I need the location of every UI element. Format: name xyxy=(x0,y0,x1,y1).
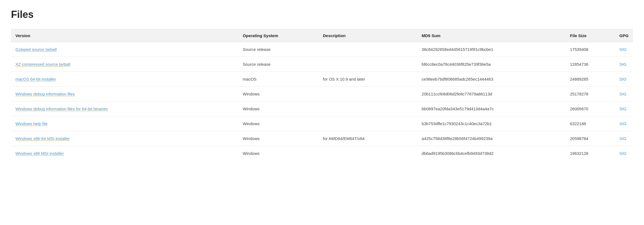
size-cell: 19632128 xyxy=(566,146,615,161)
gpg-cell: SIG xyxy=(615,87,633,101)
table-row: Gzipped source tarballSource release38c8… xyxy=(11,42,633,57)
version-link[interactable]: Windows debug information files xyxy=(15,92,75,96)
description-cell xyxy=(318,87,417,101)
version-link[interactable]: XZ compressed source tarball xyxy=(15,62,70,67)
size-cell: 26005670 xyxy=(566,101,615,116)
md5-cell: db6ad9195b3086c6b4cefb9493d738d2 xyxy=(417,146,566,161)
size-cell: 24889285 xyxy=(566,72,615,87)
os-cell: Source release xyxy=(238,42,318,57)
sig-link[interactable]: SIG xyxy=(620,136,627,141)
sig-link[interactable]: SIG xyxy=(620,47,627,52)
sig-link[interactable]: SIG xyxy=(620,77,627,81)
description-cell xyxy=(318,116,417,131)
os-cell: macOS xyxy=(238,72,318,87)
size-cell: 25178278 xyxy=(566,87,615,101)
description-cell: for AMD64/EM64T/x64 xyxy=(318,131,417,146)
md5-cell: b3b753dffe1c7930243c1c40ec3a72b1 xyxy=(417,116,566,131)
gpg-cell: SIG xyxy=(615,101,633,116)
os-cell: Windows xyxy=(238,116,318,131)
description-cell xyxy=(318,101,417,116)
sig-link[interactable]: SIG xyxy=(620,151,627,156)
md5-cell: ce98eeb7bdf806685adc265ec1444463 xyxy=(417,72,566,87)
version-cell: XZ compressed source tarball xyxy=(11,57,238,72)
sig-link[interactable]: SIG xyxy=(620,106,627,111)
version-link[interactable]: Windows debug information files for 64-b… xyxy=(15,106,108,111)
os-cell: Windows xyxy=(238,131,318,146)
gpg-cell: SIG xyxy=(615,116,633,131)
version-cell: macOS 64-bit installer xyxy=(11,72,238,87)
size-cell: 12854736 xyxy=(566,57,615,72)
version-link[interactable]: Windows help file xyxy=(15,121,48,126)
sig-link[interactable]: SIG xyxy=(620,92,627,96)
sig-link[interactable]: SIG xyxy=(620,62,627,67)
md5-cell: 38c84292658ed4456157195f1c9bcbe1 xyxy=(417,42,566,57)
table-row: macOS 64-bit installermacOSfor OS X 10.9… xyxy=(11,72,633,87)
md5-cell: 20b111ccfe8d06d2fe8c77679a86113d xyxy=(417,87,566,101)
version-cell: Windows x86-64 MSI installer xyxy=(11,131,238,146)
size-cell: 20598784 xyxy=(566,131,615,146)
description-cell: for OS X 10.9 and later xyxy=(318,72,417,87)
gpg-cell: SIG xyxy=(615,72,633,87)
gpg-cell: SIG xyxy=(615,131,633,146)
table-row: Windows x86 MSI installerWindowsdb6ad919… xyxy=(11,146,633,161)
column-header-size: File Size xyxy=(566,29,615,42)
column-header-description: Description xyxy=(318,29,417,42)
files-table: Version Operating System Description MD5… xyxy=(11,29,633,161)
size-cell: 17539408 xyxy=(566,42,615,57)
description-cell xyxy=(318,146,417,161)
version-link[interactable]: Windows x86 MSI installer xyxy=(15,151,64,156)
md5-cell: a425c758d38f8e28b56f4724b499239a xyxy=(417,131,566,146)
version-cell: Windows debug information files xyxy=(11,87,238,101)
version-cell: Windows x86 MSI installer xyxy=(11,146,238,161)
os-cell: Windows xyxy=(238,87,318,101)
table-row: Windows debug information files for 64-b… xyxy=(11,101,633,116)
gpg-cell: SIG xyxy=(615,42,633,57)
table-row: Windows debug information filesWindows20… xyxy=(11,87,633,101)
table-row: Windows help fileWindowsb3b753dffe1c7930… xyxy=(11,116,633,131)
version-cell: Windows help file xyxy=(11,116,238,131)
table-row: XZ compressed source tarballSource relea… xyxy=(11,57,633,72)
os-cell: Source release xyxy=(238,57,318,72)
sig-link[interactable]: SIG xyxy=(620,121,627,126)
description-cell xyxy=(318,57,417,72)
version-link[interactable]: macOS 64-bit installer xyxy=(15,77,56,81)
os-cell: Windows xyxy=(238,101,318,116)
description-cell xyxy=(318,42,417,57)
size-cell: 6322188 xyxy=(566,116,615,131)
gpg-cell: SIG xyxy=(615,57,633,72)
md5-cell: bb0897ea20fda343e5179d413d4a4a7c xyxy=(417,101,566,116)
version-cell: Gzipped source tarball xyxy=(11,42,238,57)
table-header-row: Version Operating System Description MD5… xyxy=(11,29,633,42)
column-header-gpg: GPG xyxy=(615,29,633,42)
column-header-os: Operating System xyxy=(238,29,318,42)
page-title: Files xyxy=(11,9,633,20)
version-link[interactable]: Windows x86-64 MSI installer xyxy=(15,136,70,141)
column-header-md5: MD5 Sum xyxy=(417,29,566,42)
md5-cell: fd6cc8ec0a78c44036f825e739f36e5a xyxy=(417,57,566,72)
os-cell: Windows xyxy=(238,146,318,161)
gpg-cell: SIG xyxy=(615,146,633,161)
table-row: Windows x86-64 MSI installerWindowsfor A… xyxy=(11,131,633,146)
version-link[interactable]: Gzipped source tarball xyxy=(15,47,57,52)
version-cell: Windows debug information files for 64-b… xyxy=(11,101,238,116)
column-header-version: Version xyxy=(11,29,238,42)
